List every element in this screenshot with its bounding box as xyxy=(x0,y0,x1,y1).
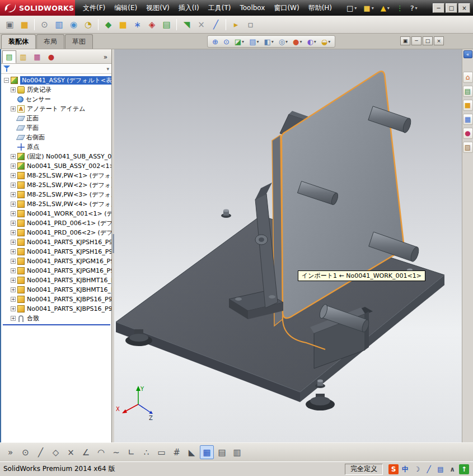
tree-item[interactable]: +M8-25L,SW,PW<4> (デフォルト<表 xyxy=(3,199,111,209)
commandmanager-tab[interactable]: 装配体 xyxy=(1,34,36,49)
design-library-icon[interactable]: ▤ xyxy=(463,86,473,97)
motion-study-icon[interactable]: ▸ xyxy=(229,17,243,31)
grid-snap-icon[interactable]: # xyxy=(170,445,184,459)
apply-scene-icon[interactable]: ◐▾ xyxy=(305,38,317,46)
expander-icon[interactable]: + xyxy=(11,192,16,197)
zoom-to-area-icon[interactable]: ⊙ xyxy=(222,38,231,46)
status-lights-icon[interactable]: ⋮ xyxy=(394,3,406,13)
shaded-sketch-contours-icon[interactable]: ▦ xyxy=(200,445,214,459)
view-settings-icon[interactable]: ◒▾ xyxy=(320,38,332,46)
measure-icon[interactable]: ◔ xyxy=(81,17,95,31)
line-icon[interactable]: ╱ xyxy=(34,445,48,459)
expander-icon[interactable]: + xyxy=(11,316,16,321)
expander-icon[interactable]: + xyxy=(11,202,16,207)
tree-item[interactable]: +No0041_PARTS_KJBPS16_P9_0C xyxy=(3,304,111,314)
tree-item[interactable]: +No0041_PARTS_KJPSH16_P9_0C xyxy=(3,237,111,247)
tree-item[interactable]: 原点 xyxy=(3,142,111,152)
menu-item[interactable]: Toolbox xyxy=(235,0,269,16)
assembly-features-icon[interactable]: ╱ xyxy=(209,17,223,31)
move-component-icon[interactable]: ◈ xyxy=(145,17,159,31)
expander-icon[interactable]: + xyxy=(11,287,16,292)
smart-fasteners-icon[interactable]: ∗ xyxy=(130,17,144,31)
task-pane-collapse-button[interactable]: « xyxy=(463,50,472,58)
keyboard-icon[interactable]: ▤ xyxy=(435,464,446,474)
sketch-fillet-icon[interactable]: ∠ xyxy=(79,445,93,459)
insert-components-icon[interactable]: ■ xyxy=(116,17,130,31)
expander-icon[interactable]: + xyxy=(11,154,16,159)
expander-icon[interactable]: + xyxy=(11,306,16,311)
expander-icon[interactable]: + xyxy=(11,221,16,226)
menu-item[interactable]: 编辑(E) xyxy=(110,0,142,16)
window-minimize-button[interactable]: ─ xyxy=(411,36,422,45)
straight-slot-icon[interactable]: ▭ xyxy=(154,445,168,459)
hide-show-components-icon[interactable]: × xyxy=(194,17,208,31)
tree-item[interactable]: +M8-25L,SW,PW<1> (デフォルト<表 xyxy=(3,171,111,180)
tree-item[interactable]: +No0041_SUB_ASSY_002<1> (デ xyxy=(3,161,111,171)
bill-of-materials-icon[interactable]: ▤ xyxy=(160,17,174,31)
expander-icon[interactable]: + xyxy=(11,249,16,254)
display-style-icon[interactable]: ◧▾ xyxy=(262,38,275,46)
tree-item[interactable]: +M8-25L,SW,PW<3> (デフォルト<表 xyxy=(3,190,111,199)
window-restore-button[interactable]: ▣ xyxy=(400,36,410,45)
solidworks-resources-icon[interactable]: ⌂ xyxy=(463,72,473,83)
solidworks-tray-icon[interactable]: S xyxy=(388,464,399,474)
night-mode-icon[interactable]: ☽ xyxy=(412,464,422,474)
tree-item[interactable]: +历史记录 xyxy=(3,85,111,95)
expander-icon[interactable]: + xyxy=(11,230,16,235)
appearances-scenes-icon[interactable]: ● xyxy=(463,128,473,139)
pen-input-icon[interactable]: ╱ xyxy=(424,464,434,474)
expander-icon[interactable]: + xyxy=(11,240,16,245)
chamfer-icon[interactable]: ◣ xyxy=(185,445,199,459)
new-document-icon[interactable]: □▾ xyxy=(344,3,359,13)
custom-properties-icon[interactable]: ▨ xyxy=(463,142,473,153)
show-hidden-icon[interactable]: ∧ xyxy=(447,464,457,474)
expander-icon[interactable]: + xyxy=(11,183,16,188)
configurationmanager-icon[interactable]: ▦ xyxy=(30,50,44,63)
tree-item[interactable]: +(固定) No0041_SUB_ASSY_001 xyxy=(3,152,111,161)
hide-show-items-icon[interactable]: ◎▾ xyxy=(277,38,289,46)
tree-item[interactable]: 平面 xyxy=(3,123,111,133)
tree-item[interactable]: +No0041_PARTS_KJPGM16_P9_0C xyxy=(3,256,111,266)
menu-item[interactable]: 工具(T) xyxy=(204,0,236,16)
tree-item[interactable]: +No0041_PARTS_KJBPS16_P9_0C xyxy=(3,295,111,304)
ime-chinese-icon[interactable]: 中 xyxy=(400,464,410,474)
tree-item[interactable]: +No0041_PARTS_KJBHMT16_P9_C xyxy=(3,285,111,295)
design-review-icon[interactable]: ▫ xyxy=(243,17,257,31)
file-explorer-icon[interactable]: ■ xyxy=(463,100,473,111)
smart-dimension-icon[interactable]: ⊙ xyxy=(18,445,32,459)
spline-icon[interactable]: ∼ xyxy=(109,445,123,459)
panel-overflow-chevron[interactable]: » xyxy=(101,53,110,61)
tree-item[interactable]: 正面 xyxy=(3,114,111,123)
minimize-button[interactable]: ─ xyxy=(433,3,444,13)
tree-item[interactable]: +No0041_PARTS_KJPGM16_P9_0C xyxy=(3,266,111,276)
menu-item[interactable]: 文件(F) xyxy=(78,0,110,16)
tree-root-item[interactable]: − No0041_ASSY (デフォルト<表示状態 xyxy=(3,76,111,85)
tree-item[interactable]: +No0041_PARTS_KJPSH16_P9_0C xyxy=(3,247,111,256)
flyout-icon[interactable]: » xyxy=(3,445,17,459)
point-icon[interactable]: ∴ xyxy=(139,445,153,459)
tree-item[interactable]: +M8-25L,SW,PW<2> (デフォルト<表 xyxy=(3,180,111,190)
menu-item[interactable]: 帮助(H) xyxy=(304,0,336,16)
window-maximize-button[interactable]: □ xyxy=(423,36,433,45)
exploded-view-icon[interactable]: ◥ xyxy=(180,17,194,31)
expander-icon[interactable]: + xyxy=(11,106,16,111)
appearancemanager-icon[interactable]: ● xyxy=(44,50,58,63)
expander-icon[interactable]: + xyxy=(11,259,16,264)
menu-item[interactable]: 插入(I) xyxy=(174,0,204,16)
filter-funnel-icon[interactable] xyxy=(3,66,10,72)
table-icon[interactable]: ▤ xyxy=(215,445,229,459)
tree-item[interactable]: +No0041_PRD_006<2> (デフォルト< xyxy=(3,228,111,237)
propertymanager-icon[interactable]: ▥ xyxy=(16,50,30,63)
view-palette-icon[interactable]: ▦ xyxy=(463,114,473,125)
menu-item[interactable]: 视图(V) xyxy=(142,0,174,16)
open-recent-icon[interactable]: ■ xyxy=(17,17,31,31)
tree-item[interactable]: センサー xyxy=(3,95,111,104)
expander-icon[interactable]: + xyxy=(11,164,16,169)
filter-dropdown-icon[interactable]: ▾ xyxy=(106,66,109,72)
edit-component-icon[interactable]: ▣ xyxy=(3,17,17,31)
find-references-icon[interactable]: ◉ xyxy=(67,17,81,31)
commandmanager-tab[interactable]: 布局 xyxy=(36,34,64,49)
zoom-to-fit-icon[interactable]: ⊕ xyxy=(210,38,220,46)
section-view-icon[interactable]: ◪▾ xyxy=(233,38,246,46)
expander-icon[interactable]: + xyxy=(11,268,16,273)
